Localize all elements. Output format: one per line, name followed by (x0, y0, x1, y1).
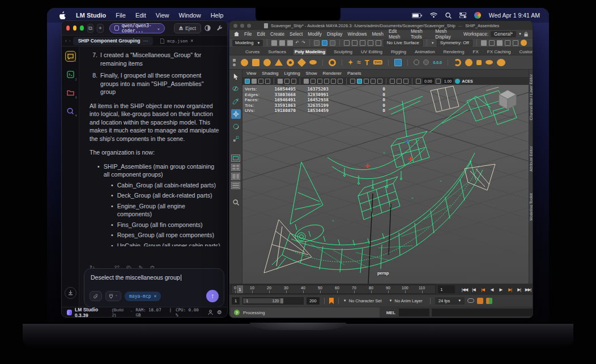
shelf-tab-custom[interactable]: Custom (518, 49, 533, 55)
bevel-icon[interactable] (486, 60, 493, 65)
poly-cube-icon[interactable] (252, 59, 259, 66)
viewport-panel[interactable]: View Shading Lighting Show Renderer Pane… (242, 70, 529, 284)
spotlight-icon[interactable] (445, 12, 452, 19)
sidebar-item-my-models[interactable]: 3 (65, 87, 76, 98)
anim-prefs-icon[interactable] (477, 298, 483, 304)
tab-chat[interactable]: SHIP Component Grouping ⋯ (73, 37, 153, 45)
tab-more-icon[interactable]: ⋯ (143, 38, 148, 44)
shelf-tab-fx[interactable]: FX (472, 49, 480, 55)
anim-layer-selector[interactable]: ▼No Anim Layer (389, 298, 423, 303)
fps-selector[interactable]: 24 fps▼ (435, 297, 465, 305)
snap-active-icon[interactable] (322, 40, 327, 46)
menu-view[interactable]: View (156, 12, 169, 19)
command-language-label[interactable]: MEL (386, 310, 395, 315)
shelf-tab-fx-caching[interactable]: FX Caching (486, 49, 512, 55)
new-chat-icon[interactable]: + (97, 24, 104, 33)
type-tool-icon[interactable]: T (365, 58, 369, 67)
grid-toggle-icon[interactable] (390, 79, 395, 84)
tab-channel-box[interactable]: Channel Box / Layer Editor (529, 74, 533, 120)
symmetry-field[interactable]: Symmetry: Off (437, 40, 472, 46)
time-slider[interactable]: 0 10 20 30 40 50 60 70 80 90 100 110 120 (229, 284, 533, 295)
shaded-mode-icon[interactable] (310, 79, 316, 84)
xray-icon[interactable] (357, 79, 362, 84)
step-back-frame-button[interactable]: |◀ (470, 285, 478, 293)
range-slider[interactable]: 1 120 (242, 297, 304, 305)
go-to-start-button[interactable]: |◀◀ (461, 285, 469, 293)
character-icon[interactable] (497, 40, 503, 46)
film-gate-icon[interactable] (397, 79, 402, 84)
poly-plane-icon[interactable] (297, 58, 306, 67)
apple-menu-icon[interactable] (59, 11, 66, 19)
battery-icon[interactable] (412, 13, 422, 18)
undo-icon[interactable]: ↶ (295, 40, 299, 45)
live-surface-field[interactable]: No Live Surface (384, 40, 423, 46)
xray-joints-icon[interactable] (364, 79, 369, 84)
poly-ball-icon[interactable] (263, 59, 271, 66)
shelf-tab-surfaces[interactable]: Surfaces (267, 49, 287, 55)
panel-menu-view[interactable]: View (246, 71, 256, 76)
sidebar-item-chat[interactable]: 1 (65, 51, 76, 62)
snap-plane-icon[interactable] (368, 40, 373, 46)
platonic-solid-icon[interactable] (329, 59, 336, 66)
render-sphere-icon[interactable] (521, 40, 527, 46)
exposure-field[interactable]: 0.00 (423, 78, 434, 84)
close-button[interactable] (233, 24, 237, 28)
sidebar-item-developer[interactable]: 2 (65, 69, 76, 80)
oversampling-icon[interactable] (291, 79, 296, 84)
maya-menu-edit[interactable]: Edit (257, 31, 265, 37)
shelf-tab-rigging[interactable]: Rigging (390, 49, 407, 55)
select-tool[interactable] (231, 72, 241, 82)
tab-attribute-editor[interactable]: Attribute Editor (529, 146, 533, 172)
nav-back-icon[interactable]: ‹ (65, 38, 67, 44)
shelf-menu-icon[interactable] (233, 59, 236, 66)
resolution-gate-icon[interactable] (403, 79, 408, 84)
sidebar-item-discover[interactable]: 4 (65, 105, 76, 116)
menu-edit[interactable]: Edit (135, 12, 146, 19)
lock-camera-icon[interactable] (252, 79, 257, 84)
panel-menu-lighting[interactable]: Lighting (284, 71, 300, 76)
contrast-icon[interactable] (436, 79, 441, 84)
paint-select-tool[interactable] (231, 97, 241, 106)
anim-layers-icon[interactable] (513, 40, 518, 46)
model-selector[interactable]: qwen/qwen3-coder... ⌄ (109, 23, 165, 33)
current-frame-field[interactable]: 1 (438, 285, 455, 293)
close-button[interactable] (66, 25, 70, 31)
theme-icon[interactable] (205, 25, 211, 31)
next-key-button[interactable]: ▶| (506, 285, 514, 293)
poly-torus-icon[interactable] (287, 59, 294, 66)
app-status-icon[interactable] (474, 12, 481, 19)
snap-grid-icon[interactable] (344, 40, 350, 46)
view-2d-pan-icon[interactable] (284, 79, 290, 84)
maya-menu-mesh[interactable]: Mesh (372, 31, 383, 37)
wifi-icon[interactable] (430, 12, 437, 18)
maya-menu-select[interactable]: Select (290, 31, 303, 37)
layout-four-icon[interactable] (231, 164, 240, 171)
minimize-button[interactable] (73, 25, 76, 31)
panel-menu-panels[interactable]: Panels (347, 71, 361, 76)
go-to-end-button[interactable]: ▶▶| (524, 285, 532, 293)
quad-draw-icon[interactable] (454, 59, 461, 66)
panel-menu-show[interactable]: Show (306, 71, 317, 76)
snap-point-icon[interactable] (360, 40, 365, 46)
command-result-field[interactable] (432, 309, 533, 316)
gamma-icon[interactable] (377, 79, 382, 84)
menu-set-selector[interactable]: Modeling▼ (232, 40, 263, 46)
tab-modeling-toolkit[interactable]: Modeling Toolkit (529, 193, 533, 221)
chat-composer[interactable]: Deselect the miscellaneous group ⌃ maya-… (84, 268, 224, 307)
rotate-tool[interactable] (231, 122, 241, 131)
target-weld-icon[interactable] (476, 60, 482, 65)
mcp-plugins-button[interactable]: ⌃ (105, 291, 121, 301)
menubar-app-name[interactable]: LM Studio (76, 12, 106, 19)
move-tool[interactable] (231, 109, 241, 119)
maya-menu-file[interactable]: File (244, 31, 252, 37)
downloads-button[interactable] (65, 287, 76, 299)
menubar-clock[interactable]: Wed Apr 1 9:41 AM (489, 12, 540, 19)
render-settings-icon[interactable] (489, 40, 495, 46)
tab-close-icon[interactable]: × (190, 38, 193, 44)
current-frame-marker[interactable]: 1 (237, 285, 243, 293)
maya-menu-mesh-display[interactable]: Mesh Display (435, 28, 458, 40)
render-icon[interactable] (481, 40, 487, 46)
shelf-tab-uv-editing[interactable]: UV Editing (360, 49, 384, 55)
poly-sphere-icon[interactable] (241, 59, 248, 66)
shelf-tab-curves[interactable]: Curves (244, 49, 261, 55)
